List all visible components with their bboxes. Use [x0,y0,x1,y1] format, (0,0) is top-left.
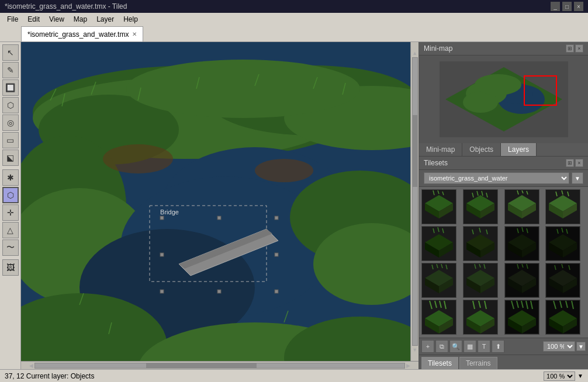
window-controls: _ □ × [551,2,583,11]
tile-item[interactable] [504,300,539,335]
tile-item[interactable] [421,263,456,298]
tile-grid [419,187,588,338]
tilesets-close-button[interactable]: × [575,159,583,167]
tile-item[interactable] [504,226,539,261]
tool-erase[interactable]: ✱ [2,169,19,186]
tab-close-button[interactable]: ✕ [132,31,137,37]
menubar: File Edit View Map Layer Help [0,13,588,26]
canvas-wrapper: Bridge ▲ ▼ ◀ ▶ [21,42,418,369]
tile-item[interactable] [545,300,580,335]
tile-item[interactable] [463,263,498,298]
tile-item[interactable] [504,263,539,298]
svg-point-18 [255,159,313,182]
left-toolbar: ↖ ✎ 🔲 ⬡ ◎ ▭ ⬕ ✱ ⬡ ✛ △ 〜 🖼 [0,42,21,369]
menu-file[interactable]: File [2,13,23,26]
minimap-close-button[interactable]: × [575,44,583,53]
menu-layer[interactable]: Layer [92,13,119,26]
tool-insert[interactable]: ✛ [2,204,19,221]
status-coords-layer: 37, 12 Current layer: Objects [5,372,94,380]
tool-cursor[interactable]: ↖ [2,44,19,61]
tileset-export-button[interactable]: ⬆ [492,340,504,353]
h-scrollbar-thumb[interactable] [146,363,257,368]
tool-shapes[interactable]: ▭ [2,132,19,148]
minimap-detach-button[interactable]: ⊞ [566,44,574,53]
statusbar: 37, 12 Current layer: Objects 100 % ▼ [0,369,588,382]
tile-item[interactable] [421,189,456,224]
scroll-right-button[interactable]: ▶ [406,363,410,369]
statusbar-right: 100 % ▼ [544,371,583,381]
titlebar: *isometric_grass_and_water.tmx - Tiled _… [0,0,588,13]
tool-image[interactable]: 🖼 [2,259,19,276]
tab-mini-map[interactable]: Mini-map [419,143,462,156]
tool-select[interactable]: ⬕ [2,150,19,166]
status-coords: 37, 12 [5,372,24,380]
h-scrollbar-track[interactable] [34,363,405,369]
tab-terrains[interactable]: Terrains [459,357,497,369]
right-panel: Mini-map ⊞ × [418,42,588,369]
menu-edit[interactable]: Edit [23,13,44,26]
menu-view[interactable]: View [44,13,69,26]
svg-rect-34 [217,216,221,220]
minimap-section: Mini-map ⊞ × [419,42,588,157]
tile-item[interactable] [545,263,580,298]
vertical-scrollbar[interactable]: ▲ ▼ [410,42,418,361]
tool-edit[interactable]: ✎ [2,62,19,78]
map-render: Bridge [21,42,410,361]
svg-rect-40 [275,290,278,293]
svg-rect-36 [160,253,164,256]
tool-fill[interactable]: ⬡ [2,97,19,113]
tool-objects[interactable]: ⬡ [2,187,19,203]
tilesets-detach-button[interactable]: ⊞ [566,159,574,167]
tool-polygon[interactable]: △ [2,222,19,238]
minimap-image [440,61,568,137]
canvas-inner: Bridge ▲ ▼ [21,42,418,361]
zoom-dropdown-arrow[interactable]: ▼ [576,342,586,351]
tool-eyedropper[interactable]: ◎ [2,114,19,131]
tile-item[interactable] [545,226,580,261]
minimap-container [419,55,588,143]
tile-item[interactable] [504,189,539,224]
tileset-text-button[interactable]: T [478,340,490,353]
minimize-button[interactable]: _ [551,2,560,11]
zoom-dropdown-button[interactable]: ▼ [577,373,583,379]
tileset-zoom-select[interactable]: 100 %200 %50 % [543,341,575,352]
v-scrollbar-track[interactable] [412,57,418,346]
tilesets-section: Tilesets ⊞ × isometric_grass_and_water ▼ [419,157,588,369]
menu-help[interactable]: Help [119,13,143,26]
menu-map[interactable]: Map [69,13,92,26]
tilesets-title: Tilesets [424,159,448,167]
tile-item[interactable] [463,300,498,335]
scroll-up-button[interactable]: ▲ [412,50,417,56]
tab-isometric[interactable]: *isometric_grass_and_water.tmx ✕ [21,26,143,41]
tileset-add-button[interactable]: + [421,340,434,353]
v-scrollbar-thumb[interactable] [413,115,417,187]
scroll-left-button[interactable]: ◀ [29,363,33,369]
tool-stamp[interactable]: 🔲 [2,79,19,96]
tile-item[interactable] [463,226,498,261]
tileset-search-button[interactable]: 🔍 [449,340,462,353]
tile-item[interactable] [421,300,456,335]
scroll-down-button[interactable]: ▼ [412,347,417,353]
horizontal-scrollbar[interactable]: ◀ ▶ [21,361,418,369]
tile-item[interactable] [421,226,456,261]
tilesets-dropdown: isometric_grass_and_water ▼ [419,170,588,187]
map-canvas[interactable]: Bridge [21,42,410,361]
tileset-dropdown-button[interactable]: ▼ [572,172,583,184]
tab-layers[interactable]: Layers [501,143,537,156]
tab-tilesets[interactable]: Tilesets [421,357,458,369]
tile-item[interactable] [545,189,580,224]
maximize-button[interactable]: □ [562,2,572,11]
tileset-select[interactable]: isometric_grass_and_water [424,172,569,184]
tilesets-header: Tilesets ⊞ × [419,157,588,170]
close-button[interactable]: × [574,2,583,11]
tileset-duplicate-button[interactable]: ⧉ [435,340,448,353]
status-zoom-select[interactable]: 100 % [544,371,575,381]
tile-item[interactable] [463,189,498,224]
svg-point-17 [103,144,173,173]
tileset-fill-button[interactable]: ▦ [464,340,476,353]
tab-bar: *isometric_grass_and_water.tmx ✕ [0,26,588,42]
tab-label: *isometric_grass_and_water.tmx [27,30,129,39]
tab-objects[interactable]: Objects [462,143,501,156]
tool-polyline[interactable]: 〜 [2,239,19,256]
svg-point-6 [126,60,360,118]
